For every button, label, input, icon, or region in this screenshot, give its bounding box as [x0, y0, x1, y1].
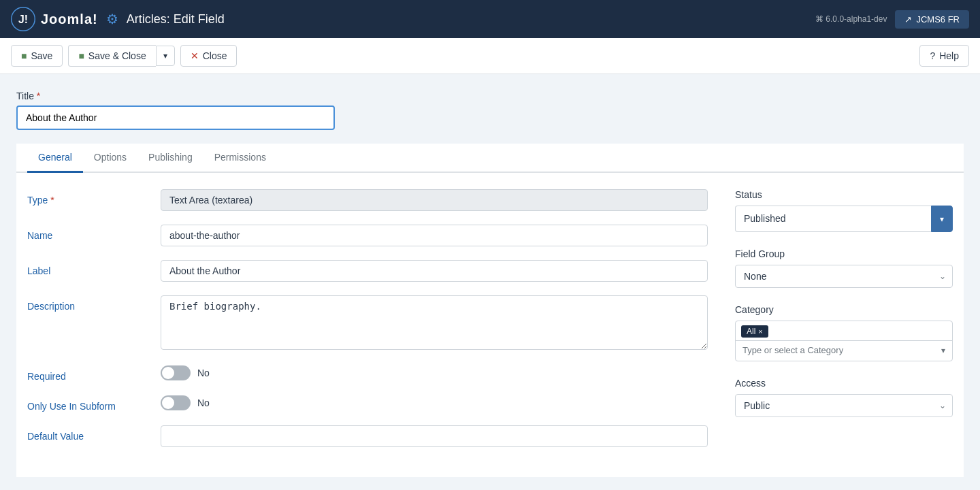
default-group: Default Value	[27, 425, 708, 447]
name-label: Name	[27, 225, 150, 241]
puzzle-icon: ⚙	[106, 11, 118, 27]
subform-group: Only Use In Subform No	[27, 395, 708, 412]
category-tag-label: All	[747, 327, 755, 336]
status-dropdown-btn[interactable]: ▾	[931, 206, 953, 232]
close-label: Close	[203, 50, 227, 61]
form-panel: Type * Text Area (textarea) Name	[16, 173, 964, 477]
save-label: Save	[31, 50, 52, 61]
subform-control: No	[161, 395, 708, 410]
required-toggle-container: No	[161, 365, 708, 380]
title-label: Title *	[16, 91, 964, 101]
required-marker: *	[37, 91, 40, 101]
help-label: Help	[939, 50, 959, 61]
toolbar-buttons: ■ Save ■ Save & Close ▾ ✕ Close	[11, 45, 237, 67]
required-group: Required No	[27, 365, 708, 382]
subform-toggle-container: No	[161, 395, 708, 410]
save-close-button[interactable]: ■ Save & Close	[68, 45, 155, 67]
field-group-section: Field Group None ⌄	[735, 248, 953, 288]
category-dropdown-row: Type or select a Category ▾	[736, 341, 952, 359]
name-control	[161, 225, 708, 246]
label-control	[161, 260, 708, 282]
chevron-down-icon: ▾	[941, 346, 945, 355]
type-control: Text Area (textarea)	[161, 189, 708, 211]
status-select-container: Published ▾	[735, 206, 953, 232]
page-title: Articles: Edit Field	[127, 12, 225, 27]
field-group-select[interactable]: None	[735, 265, 953, 288]
category-select-box: All × Type or select a Category ▾	[735, 321, 953, 361]
svg-text:J!: J!	[18, 14, 28, 25]
title-input[interactable]	[16, 105, 335, 130]
subform-label: Only Use In Subform	[27, 395, 150, 412]
category-label: Category	[735, 304, 953, 315]
description-textarea[interactable]: Brief biography.	[161, 295, 708, 350]
status-label: Status	[735, 189, 953, 200]
subform-toggle-label: No	[197, 397, 210, 408]
label-group: Label	[27, 260, 708, 282]
help-button[interactable]: ? Help	[919, 45, 969, 67]
access-select-container: Public Registered Special ⌄	[735, 394, 953, 417]
close-icon: ✕	[191, 50, 199, 61]
status-value: Published	[735, 206, 931, 232]
name-input[interactable]	[161, 225, 708, 246]
toggle-knob	[162, 367, 174, 379]
close-button[interactable]: ✕ Close	[180, 45, 238, 67]
category-placeholder: Type or select a Category	[742, 345, 843, 355]
tab-publishing[interactable]: Publishing	[137, 144, 203, 173]
form-right: Status Published ▾ Field Group None	[735, 189, 953, 461]
subform-toggle-knob	[162, 397, 174, 409]
default-label: Default Value	[27, 425, 150, 442]
type-label: Type *	[27, 189, 150, 206]
save-close-dropdown[interactable]: ▾	[156, 46, 175, 66]
navbar-left: J! Joomla! ⚙ Articles: Edit Field	[11, 7, 225, 31]
category-tags-row: All ×	[736, 321, 952, 341]
category-tag-close[interactable]: ×	[758, 327, 762, 336]
description-control: Brief biography.	[161, 295, 708, 352]
save-close-label: Save & Close	[88, 50, 146, 61]
tabs: General Options Publishing Permissions	[16, 144, 964, 173]
label-input[interactable]	[161, 260, 708, 282]
tab-general[interactable]: General	[27, 144, 83, 173]
form-left: Type * Text Area (textarea) Name	[27, 189, 708, 461]
question-icon: ?	[930, 50, 935, 61]
tab-permissions[interactable]: Permissions	[203, 144, 277, 173]
category-tag-all: All ×	[741, 325, 768, 338]
default-input[interactable]	[161, 425, 708, 447]
tabs-container: General Options Publishing Permissions T…	[16, 144, 964, 477]
default-control	[161, 425, 708, 447]
category-dropdown-btn[interactable]: ▾	[941, 346, 945, 355]
navbar-right: ⌘ 6.0.0-alpha1-dev ↗ JCMS6 FR	[815, 10, 969, 29]
field-group-select-container: None ⌄	[735, 265, 953, 288]
type-group: Type * Text Area (textarea)	[27, 189, 708, 211]
type-value: Text Area (textarea)	[161, 189, 708, 211]
external-link-icon: ↗	[904, 14, 912, 24]
main-content: Title * General Options Publishing Permi…	[0, 74, 980, 487]
navbar: J! Joomla! ⚙ Articles: Edit Field ⌘ 6.0.…	[0, 0, 980, 38]
save-button[interactable]: ■ Save	[11, 45, 63, 67]
chevron-down-icon: ▾	[940, 214, 944, 224]
joomla-logo-icon: J!	[11, 7, 35, 31]
access-label: Access	[735, 378, 953, 389]
save-close-icon: ■	[78, 50, 84, 61]
user-label: JCMS6 FR	[916, 14, 960, 24]
tab-options[interactable]: Options	[83, 144, 137, 173]
label-field-label: Label	[27, 260, 150, 276]
user-button[interactable]: ↗ JCMS6 FR	[895, 10, 969, 29]
status-section: Status Published ▾	[735, 189, 953, 232]
access-select[interactable]: Public Registered Special	[735, 394, 953, 417]
chevron-down-icon: ▾	[163, 51, 167, 61]
description-group: Description Brief biography.	[27, 295, 708, 352]
required-label: Required	[27, 365, 150, 382]
description-label: Description	[27, 295, 150, 312]
joomla-logo: J! Joomla!	[11, 7, 98, 31]
subform-toggle[interactable]	[161, 395, 191, 410]
version-badge: ⌘ 6.0.0-alpha1-dev	[815, 14, 887, 24]
save-icon: ■	[21, 50, 27, 61]
title-section: Title *	[16, 91, 964, 130]
save-close-split: ■ Save & Close ▾	[68, 45, 174, 67]
required-toggle[interactable]	[161, 365, 191, 380]
access-section: Access Public Registered Special ⌄	[735, 378, 953, 417]
toolbar: ■ Save ■ Save & Close ▾ ✕ Close ? Help	[0, 38, 980, 74]
joomla-logo-text: Joomla!	[41, 12, 98, 27]
required-control: No	[161, 365, 708, 380]
category-section: Category All × Type or select a Category…	[735, 304, 953, 361]
